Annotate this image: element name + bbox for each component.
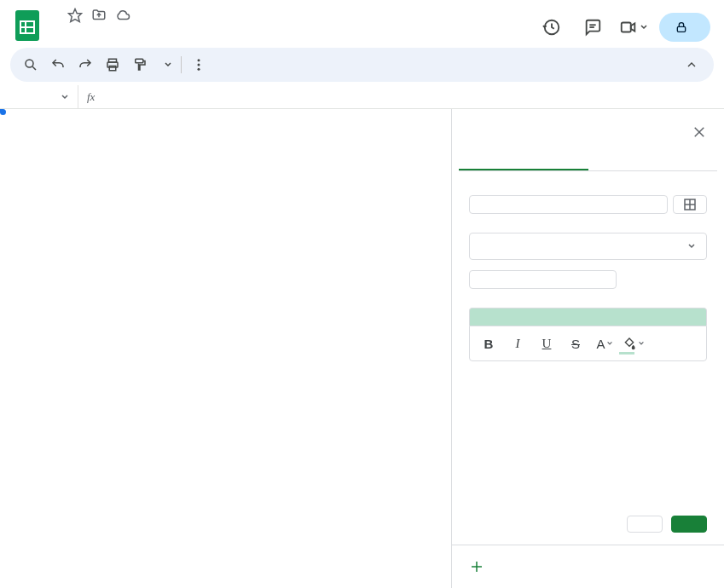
add-rule-button[interactable] [452, 545, 724, 588]
fx-icon: fx [78, 90, 103, 104]
svg-point-16 [198, 64, 200, 66]
svg-point-17 [198, 68, 200, 71]
svg-point-15 [198, 59, 200, 61]
toolbar [10, 48, 714, 82]
menu-view[interactable] [80, 26, 94, 32]
done-button[interactable] [671, 516, 707, 533]
condition-select[interactable] [469, 233, 707, 260]
style-toolbar: B I U S A [469, 326, 707, 361]
app-header [0, 0, 724, 43]
move-icon[interactable] [90, 7, 107, 24]
text-color-button[interactable]: A [593, 331, 617, 355]
svg-rect-7 [622, 23, 631, 32]
paint-format-icon[interactable] [126, 52, 153, 78]
share-button[interactable] [659, 13, 710, 42]
undo-icon[interactable] [44, 52, 72, 78]
style-preview[interactable] [469, 308, 707, 326]
svg-point-9 [26, 60, 33, 67]
cloud-status-icon[interactable] [114, 7, 131, 24]
svg-line-10 [32, 66, 36, 70]
comment-icon[interactable] [577, 12, 608, 43]
zoom-select[interactable] [153, 61, 177, 69]
menu-edit[interactable] [65, 26, 78, 32]
fill-color-button[interactable] [622, 331, 646, 355]
condition-value-input[interactable] [469, 270, 617, 289]
formula-bar: fx [0, 85, 724, 109]
star-icon[interactable] [67, 7, 84, 24]
sheets-logo[interactable] [10, 9, 44, 43]
menu-file[interactable] [49, 26, 63, 32]
conditional-format-sidebar: B I U S A [451, 109, 724, 588]
menu-insert[interactable] [96, 26, 109, 32]
svg-marker-4 [69, 9, 82, 22]
spreadsheet-grid[interactable] [0, 109, 451, 588]
doc-title[interactable] [49, 14, 60, 17]
bold-button[interactable]: B [477, 331, 501, 355]
separator [181, 56, 182, 73]
menubar [49, 26, 536, 32]
meet-button[interactable] [618, 12, 649, 43]
tab-single-color[interactable] [459, 152, 588, 170]
tab-color-scale[interactable] [588, 152, 718, 170]
menu-help[interactable] [172, 26, 186, 32]
print-icon[interactable] [99, 52, 126, 78]
more-icon[interactable] [185, 52, 212, 78]
name-box[interactable] [0, 85, 78, 108]
svg-rect-8 [677, 26, 685, 32]
collapse-toolbar-icon[interactable] [678, 52, 705, 78]
cancel-button[interactable] [627, 516, 663, 533]
underline-button[interactable]: U [535, 331, 559, 355]
menu-format[interactable] [111, 26, 125, 32]
history-icon[interactable] [536, 12, 567, 43]
select-range-icon[interactable] [673, 195, 707, 214]
menu-extensions[interactable] [157, 26, 171, 32]
strikethrough-button[interactable]: S [564, 331, 588, 355]
svg-rect-14 [136, 59, 143, 63]
menu-tools[interactable] [142, 26, 155, 32]
italic-button[interactable]: I [506, 331, 530, 355]
menu-data[interactable] [126, 26, 140, 32]
close-icon[interactable] [692, 124, 707, 140]
search-icon[interactable] [17, 52, 44, 78]
svg-rect-0 [15, 10, 39, 41]
range-input[interactable] [469, 195, 668, 214]
redo-icon[interactable] [72, 52, 99, 78]
